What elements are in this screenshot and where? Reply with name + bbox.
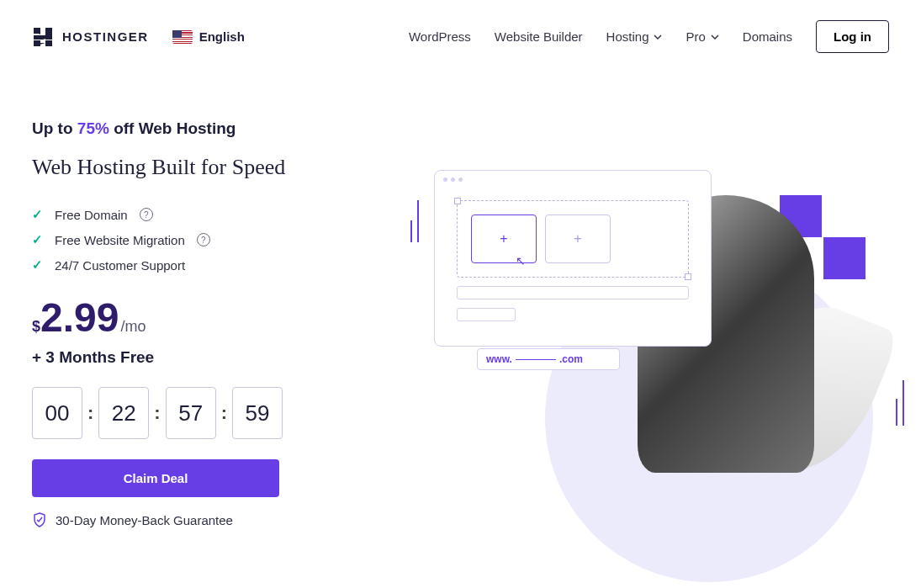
check-icon: ✓ [32,232,43,247]
promo-offer: Up to 75% off Web Hosting [32,119,377,138]
timer-separator: : [87,402,93,424]
url-prefix: www. [486,353,512,365]
timer-separator: : [154,402,160,424]
guarantee-row: 30-Day Money-Back Guarantee [32,512,377,527]
chevron-down-icon [711,33,719,41]
chevron-down-icon [654,33,662,41]
offer-suffix: off Web Hosting [109,119,236,137]
timer-separator: : [221,402,227,424]
help-icon[interactable]: ? [140,208,153,221]
decorative-lines [410,200,419,242]
offer-prefix: Up to [32,119,77,137]
decorative-square [823,237,865,279]
feature-label: 24/7 Customer Support [55,258,185,273]
login-button[interactable]: Log in [816,20,889,53]
hero-section: Up to 75% off Web Hosting Web Hosting Bu… [0,73,921,540]
url-suffix: .com [559,353,583,365]
hero-content: Up to 75% off Web Hosting Web Hosting Bu… [32,119,377,540]
check-icon: ✓ [32,207,43,222]
claim-deal-button[interactable]: Claim Deal [32,459,279,497]
placeholder-bar [457,286,689,299]
nav-pro-label: Pro [685,29,705,44]
check-icon: ✓ [32,257,43,273]
svg-rect-2 [34,40,40,46]
window-controls-icon [435,171,711,188]
svg-rect-0 [34,28,40,34]
timer-seconds: 59 [232,387,283,439]
hero-headline: Web Hosting Built for Speed [32,155,377,180]
nav-domains[interactable]: Domains [743,29,792,44]
feature-list: ✓ Free Domain ? ✓ Free Website Migration… [32,207,377,273]
guarantee-text: 30-Day Money-Back Guarantee [56,513,233,527]
site-header: HOSTINGER English WordPress Website Buil… [0,0,921,73]
decorative-lines [896,380,904,426]
help-icon[interactable]: ? [197,233,210,246]
browser-mockup: + ↖ + www..com [434,170,712,347]
placeholder-bar [457,308,516,321]
selection-box: + ↖ + [457,200,689,278]
add-card: + [545,215,611,263]
nav-website-builder[interactable]: Website Builder [495,29,583,44]
nav-pro[interactable]: Pro [685,29,718,44]
price-currency: $ [32,318,40,336]
url-blank [516,359,556,360]
nav-hosting-label: Hosting [606,29,649,44]
hostinger-logo-icon [32,26,54,48]
feature-item-migration: ✓ Free Website Migration ? [32,232,377,247]
hero-illustration: + ↖ + www..com [419,119,889,540]
cursor-icon: ↖ [516,254,526,268]
shield-check-icon [32,512,47,527]
flag-us-icon [172,30,193,44]
timer-days: 00 [32,387,82,439]
language-label: English [199,29,245,44]
brand-logo[interactable]: HOSTINGER [32,26,149,48]
svg-rect-3 [45,40,52,46]
nav-wordpress[interactable]: WordPress [409,29,471,44]
brand-name: HOSTINGER [62,29,149,44]
feature-item-support: ✓ 24/7 Customer Support [32,257,377,273]
language-selector[interactable]: English [172,29,245,44]
countdown-timer: 00 : 22 : 57 : 59 [32,387,377,439]
offer-percent: 75% [77,119,109,137]
price-period: /mo [120,318,146,336]
price: $ 2.99 /mo [32,298,377,338]
price-amount: 2.99 [40,298,119,338]
timer-hours: 22 [98,387,149,439]
bonus-months: + 3 Months Free [32,348,377,367]
add-card-selected: + ↖ [471,215,537,263]
timer-minutes: 57 [166,387,216,439]
feature-label: Free Website Migration [55,233,185,247]
feature-label: Free Domain [55,208,128,222]
svg-marker-5 [34,35,52,39]
url-bar: www..com [477,348,620,370]
feature-item-domain: ✓ Free Domain ? [32,207,377,222]
main-nav: WordPress Website Builder Hosting Pro Do… [409,20,889,53]
nav-hosting[interactable]: Hosting [606,29,663,44]
svg-rect-1 [45,28,52,34]
